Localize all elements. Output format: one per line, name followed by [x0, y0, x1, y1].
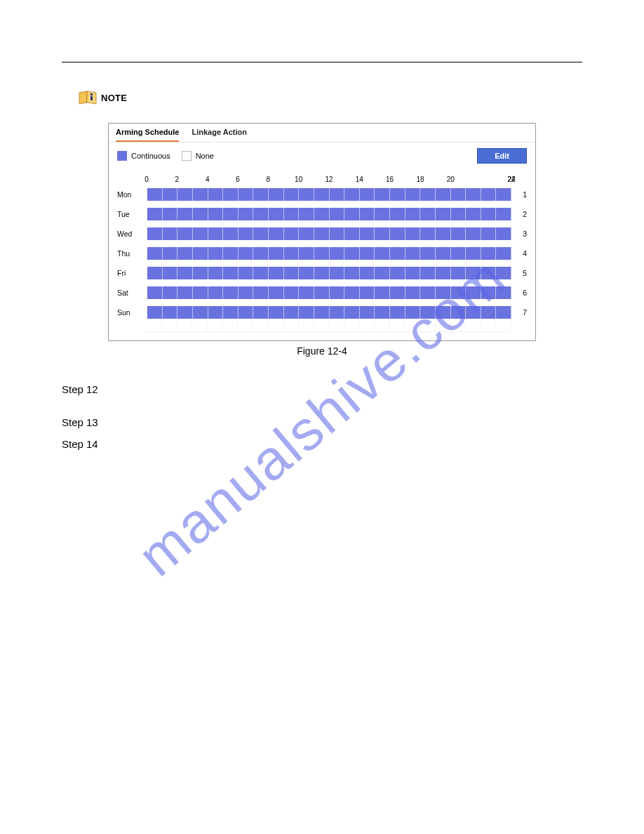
legend-continuous[interactable]: Continuous	[117, 151, 170, 161]
day-row[interactable]: Tue2	[117, 204, 527, 224]
button-label: Edit	[495, 152, 509, 160]
hour-tick: 12	[325, 176, 333, 183]
day-schedule-bar[interactable]	[147, 227, 511, 240]
svg-rect-3	[90, 96, 93, 100]
day-index: 4	[516, 249, 527, 258]
day-label: Wed	[117, 230, 147, 238]
day-rows-container: Mon1Tue2Wed3Thu4Fri5Sat6Sun7	[117, 185, 527, 322]
day-label: Fri	[117, 269, 147, 277]
hour-tick: 10	[295, 176, 302, 183]
day-row[interactable]: Wed3	[117, 224, 527, 244]
legend-label: Continuous	[131, 152, 170, 160]
note-callout: NOTE	[79, 91, 582, 105]
day-label: Thu	[117, 249, 147, 258]
hour-axis: 024681012141618202224	[147, 169, 511, 185]
day-index: 3	[516, 230, 527, 238]
edit-button[interactable]: Edit	[477, 148, 527, 164]
svg-rect-2	[90, 93, 93, 95]
day-label: Tue	[117, 210, 147, 218]
step-12: Step 12	[62, 383, 582, 395]
arming-schedule-panel: Arming Schedule Linkage Action Continuou…	[108, 123, 536, 341]
day-row[interactable]: Sun7	[117, 303, 527, 322]
day-index: 2	[516, 210, 527, 218]
hour-tick: 2	[175, 176, 180, 183]
day-schedule-bar[interactable]	[147, 267, 511, 279]
day-schedule-bar[interactable]	[147, 208, 511, 220]
tab-label: Linkage Action	[192, 128, 246, 136]
schedule-chart: 024681012141618202224 Mon1Tue2Wed3Thu4Fr…	[109, 169, 535, 340]
hour-tick: 8	[267, 176, 271, 183]
steps-block: Step 12 Step 13 Step 14	[62, 383, 582, 450]
legend-label: None	[196, 152, 214, 160]
day-index: 7	[516, 308, 527, 317]
hour-tick: 0	[145, 176, 149, 183]
figure-caption: Figure 12-4	[108, 345, 536, 357]
day-row[interactable]: Mon1	[117, 185, 527, 204]
day-schedule-bar[interactable]	[147, 247, 511, 260]
hour-tick: 20	[447, 176, 455, 183]
hour-tick: 24	[507, 176, 515, 183]
step-14: Step 14	[62, 438, 582, 450]
day-label: Mon	[117, 190, 147, 199]
hour-tick: 16	[386, 176, 394, 183]
hour-tick: 6	[236, 176, 240, 183]
day-label: Sun	[117, 308, 147, 317]
day-index: 5	[516, 269, 527, 277]
hour-tick: 14	[356, 176, 363, 183]
none-swatch-icon	[182, 151, 192, 161]
empty-grid-row	[147, 322, 511, 332]
legend-row: Continuous None Edit	[109, 143, 535, 169]
continuous-swatch-icon	[117, 151, 127, 161]
day-row[interactable]: Sat6	[117, 283, 527, 303]
day-label: Sat	[117, 289, 147, 297]
horizontal-rule	[62, 62, 582, 62]
step-13: Step 13	[62, 416, 582, 428]
day-schedule-bar[interactable]	[147, 188, 511, 201]
day-row[interactable]: Thu4	[117, 244, 527, 263]
tab-row: Arming Schedule Linkage Action	[109, 124, 535, 143]
day-schedule-bar[interactable]	[147, 306, 511, 319]
tab-arming-schedule[interactable]: Arming Schedule	[116, 128, 179, 142]
tab-label: Arming Schedule	[116, 128, 179, 136]
svg-marker-0	[79, 91, 87, 104]
note-icon	[79, 91, 97, 105]
hour-tick: 18	[416, 176, 424, 183]
tab-linkage-action[interactable]: Linkage Action	[192, 128, 246, 142]
day-row[interactable]: Fri5	[117, 263, 527, 283]
day-index: 6	[516, 289, 527, 297]
note-label: NOTE	[101, 93, 127, 103]
day-index: 1	[516, 190, 527, 199]
hour-tick: 4	[206, 176, 210, 183]
day-schedule-bar[interactable]	[147, 286, 511, 299]
legend-none[interactable]: None	[182, 151, 214, 161]
